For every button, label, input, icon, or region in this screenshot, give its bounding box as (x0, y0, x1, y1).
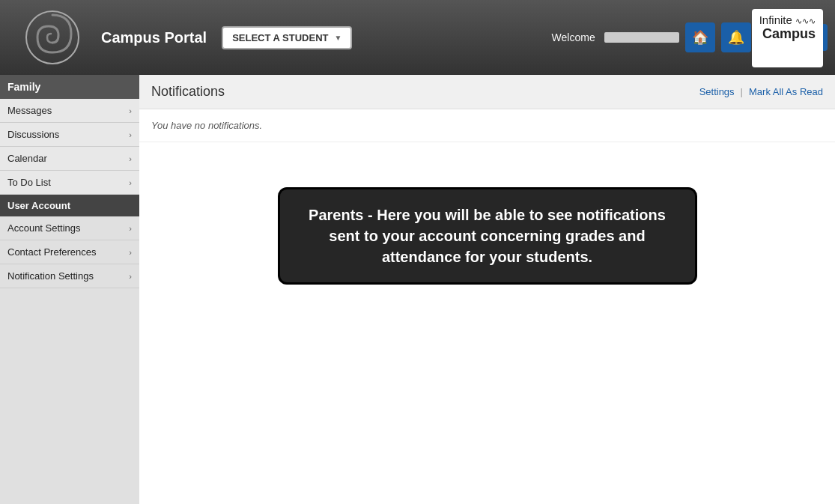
mark-all-read-link[interactable]: Mark All As Read (749, 86, 823, 97)
chevron-down-icon: ▼ (334, 34, 341, 42)
sidebar: Family Messages › Discussions › Calendar… (0, 75, 139, 504)
main-container: Family Messages › Discussions › Calendar… (0, 75, 835, 504)
sidebar-item-todo-label: To Do List (7, 177, 51, 188)
content-area: Notifications Settings | Mark All As Rea… (139, 75, 835, 504)
sidebar-user-account-header: User Account (0, 195, 139, 216)
no-notifications-bar: You have no notifications. (139, 109, 835, 142)
notifications-actions: Settings | Mark All As Read (699, 86, 823, 97)
sidebar-item-messages[interactable]: Messages › (0, 99, 139, 123)
no-notifications-text: You have no notifications. (151, 120, 262, 131)
bell-icon: 🔔 (728, 29, 744, 46)
notifications-header: Notifications Settings | Mark All As Rea… (139, 75, 835, 109)
sidebar-item-contact-preferences-label: Contact Preferences (7, 246, 97, 258)
select-student-label: SELECT A STUDENT (232, 32, 328, 43)
sidebar-item-contact-preferences[interactable]: Contact Preferences › (0, 240, 139, 264)
sidebar-family-header: Family (0, 75, 139, 99)
welcome-name-placeholder (604, 32, 679, 43)
sidebar-item-messages-label: Messages (7, 105, 52, 116)
sidebar-item-discussions[interactable]: Discussions › (0, 123, 139, 147)
arrow-right-icon: › (129, 248, 132, 257)
sidebar-item-account-settings[interactable]: Account Settings › (0, 216, 139, 240)
settings-link[interactable]: Settings (699, 86, 735, 97)
infinite-campus-logo-line2: Campus (759, 26, 816, 42)
notifications-bell-button[interactable]: 🔔 (721, 22, 751, 52)
arrow-right-icon: › (129, 272, 132, 281)
separator: | (741, 86, 743, 97)
home-icon: 🏠 (692, 29, 708, 46)
app-header: Campus Portal SELECT A STUDENT ▼ Welcome… (0, 0, 835, 75)
home-button[interactable]: 🏠 (685, 22, 715, 52)
sidebar-item-account-settings-label: Account Settings (7, 222, 81, 234)
welcome-text: Welcome (552, 31, 595, 43)
arrow-right-icon: › (129, 106, 132, 115)
sidebar-item-discussions-label: Discussions (7, 129, 59, 140)
select-student-button[interactable]: SELECT A STUDENT ▼ (222, 26, 352, 49)
logo-area (7, 4, 97, 71)
spiral-logo (22, 7, 82, 67)
sidebar-item-todo[interactable]: To Do List › (0, 171, 139, 195)
callout-text: Parents - Here you will be able to see n… (309, 207, 666, 265)
arrow-right-icon: › (129, 130, 132, 139)
callout-box: Parents - Here you will be able to see n… (278, 187, 697, 285)
portal-title: Campus Portal (101, 29, 207, 46)
sidebar-item-calendar[interactable]: Calendar › (0, 147, 139, 171)
arrow-right-icon: › (129, 178, 132, 187)
arrow-right-icon: › (129, 224, 132, 233)
arrow-right-icon: › (129, 154, 132, 163)
callout-overlay: Parents - Here you will be able to see n… (139, 142, 835, 330)
sidebar-item-calendar-label: Calendar (7, 153, 47, 164)
notifications-title: Notifications (151, 84, 225, 100)
sidebar-item-notification-settings[interactable]: Notification Settings › (0, 264, 139, 288)
infinite-campus-logo: Infinite ∿∿∿ Campus (752, 9, 823, 67)
infinite-campus-logo-line1: Infinite ∿∿∿ (759, 13, 816, 26)
sidebar-item-notification-settings-label: Notification Settings (7, 270, 94, 282)
